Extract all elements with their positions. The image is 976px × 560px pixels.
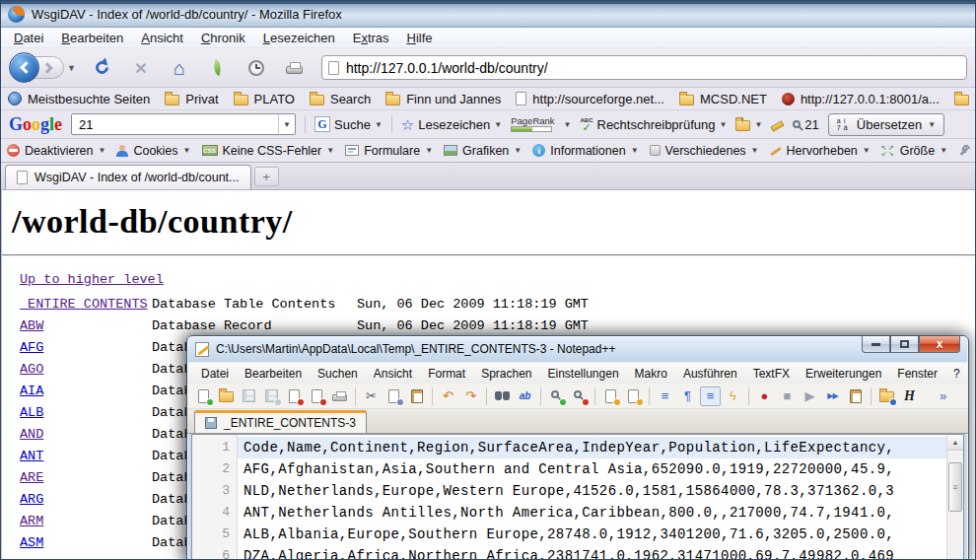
devbar-item-extras[interactable]: Extras▼	[958, 144, 975, 158]
listing-link-arg[interactable]: ARG	[20, 489, 152, 511]
redo-icon[interactable]: ↷	[460, 386, 481, 406]
send-to-button[interactable]: ↑ ▼	[735, 118, 762, 131]
listing-link-_entire_contents[interactable]: _ENTIRE_CONTENTS	[20, 294, 152, 315]
print-icon[interactable]	[329, 386, 350, 406]
zoom-in-icon[interactable]	[546, 386, 567, 406]
macro-multi-run-icon[interactable]: ▶▶	[822, 386, 843, 406]
bookmark-item[interactable]: Privat	[165, 92, 218, 106]
dropdown-caret[interactable]: ▼	[940, 146, 947, 155]
listing-link-abw[interactable]: ABW	[20, 315, 152, 337]
notepad-menu-fenster[interactable]: Fenster	[889, 364, 945, 384]
history-button[interactable]	[244, 55, 268, 81]
notepad-menu-ansicht[interactable]: Ansicht	[366, 364, 420, 384]
scroll-up-button[interactable]: ▲	[947, 435, 963, 451]
menu-item-chronik[interactable]: Chronik	[192, 29, 254, 47]
notepad-menu-format[interactable]: Format	[420, 364, 473, 384]
bookmark-item[interactable]: Meistbesuchte Seiten	[8, 92, 150, 106]
function-list-icon[interactable]: ϟ	[723, 386, 743, 406]
dropdown-caret[interactable]: ▼	[564, 120, 572, 129]
dropdown-caret[interactable]: ▼	[494, 120, 502, 129]
sync-horizontal-icon[interactable]	[623, 386, 644, 406]
close-button[interactable]: x	[919, 336, 960, 353]
devbar-item-gr-e[interactable]: ↖↗↙↘Größe▼	[881, 144, 947, 158]
dropdown-caret[interactable]: ▼	[183, 146, 191, 155]
new-file-icon[interactable]	[193, 386, 214, 406]
pagerank-indicator[interactable]: PageRank	[511, 116, 554, 132]
text-editor[interactable]: Code,Name,Continent,Region,SurfaceArea,I…	[238, 435, 946, 560]
undo-icon[interactable]: ↶	[438, 386, 458, 406]
listing-link-aia[interactable]: AIA	[20, 381, 152, 402]
dropdown-caret[interactable]: ▼	[375, 120, 383, 129]
dropdown-caret[interactable]: ▼	[425, 146, 433, 155]
new-tab-button[interactable]: +	[254, 167, 279, 186]
save-all-icon[interactable]	[261, 386, 282, 406]
replace-icon[interactable]: ab	[515, 386, 535, 406]
find-count-indicator[interactable]: 21	[793, 117, 818, 132]
devbar-item-formulare[interactable]: Formulare▼	[345, 144, 433, 158]
listing-link-asm[interactable]: ASM	[20, 532, 152, 554]
menu-item-ansicht[interactable]: Ansicht	[132, 29, 192, 47]
notepad-menu--[interactable]: ?	[945, 364, 968, 384]
google-search-input[interactable]	[77, 116, 278, 133]
listing-link-ago[interactable]: AGO	[20, 359, 152, 381]
sync-vertical-icon[interactable]	[600, 386, 621, 406]
close-file-icon[interactable]	[284, 386, 305, 406]
bookmark-item[interactable]: MCSD.NET	[679, 92, 767, 106]
google-search-box[interactable]: ▼	[71, 113, 296, 135]
notepad-menu-makro[interactable]: Makro	[627, 364, 675, 384]
bookmark-item[interactable]: http://sourceforge.net...	[516, 92, 664, 106]
bookmark-item[interactable]: Finn und Jannes	[385, 92, 501, 106]
listing-link-alb[interactable]: ALB	[20, 402, 152, 424]
scrollbar-thumb[interactable]: ≡	[948, 462, 962, 512]
find-icon[interactable]	[492, 386, 513, 406]
notepad-menu-datei[interactable]: Datei	[193, 364, 237, 384]
bookmark-item[interactable]: PLATO	[234, 92, 295, 106]
notepad-menu-bearbeiten[interactable]: Bearbeiten	[237, 364, 310, 384]
translate-button[interactable]: aí7ä Übersetzen ▼	[828, 113, 944, 136]
listing-link-ata[interactable]: ATA	[20, 554, 152, 559]
dropdown-caret[interactable]: ▼	[719, 120, 727, 129]
show-symbols-icon[interactable]: ¶	[677, 386, 698, 406]
cut-icon[interactable]: ✂	[361, 386, 382, 406]
bookmark-item[interactable]: http://127.0.0.1:8001/a...	[782, 92, 940, 106]
devbar-item-cookies[interactable]: Cookies▼	[116, 144, 190, 158]
menu-item-datei[interactable]: Datei	[5, 29, 52, 47]
minimize-button[interactable]	[862, 336, 890, 353]
dropdown-caret[interactable]: ▼	[631, 146, 639, 155]
feed-button[interactable]	[206, 55, 230, 81]
document-tab[interactable]: _ENTIRE_CONTENTS-3	[194, 410, 367, 433]
listing-link-arm[interactable]: ARM	[20, 511, 152, 532]
menu-item-bearbeiten[interactable]: Bearbeiten	[52, 29, 132, 47]
highlighter-button[interactable]	[771, 120, 784, 129]
spellcheck-button[interactable]: ABC ✓ Rechtschreibprüfung ▼	[581, 117, 728, 132]
dropdown-caret[interactable]: ▼	[751, 146, 759, 155]
listing-link-are[interactable]: ARE	[20, 467, 152, 489]
home-button[interactable]: ⌂	[168, 55, 191, 81]
url-input[interactable]	[346, 60, 960, 76]
macro-record-icon[interactable]: ●	[754, 386, 775, 406]
bookmark-item[interactable]: Search	[310, 92, 371, 106]
doc-switcher-icon[interactable]	[876, 386, 897, 406]
paste-icon[interactable]	[406, 386, 427, 406]
devbar-item-informationen[interactable]: iInformationen▼	[532, 144, 638, 158]
notepad-titlebar[interactable]: C:\Users\Martin\AppData\Local\Temp\_ENTI…	[187, 336, 968, 362]
menu-item-hilfe[interactable]: Hilfe	[398, 29, 442, 47]
macro-play-icon[interactable]: ▶	[800, 386, 820, 406]
browser-tab[interactable]: WsgiDAV - Index of /world-db/count...	[5, 165, 251, 189]
google-search-button[interactable]: G Suche ▼	[314, 116, 383, 132]
stop-button[interactable]: ×	[129, 55, 153, 81]
toolbar-overflow-icon[interactable]: »	[933, 386, 953, 406]
bookmark-item[interactable]: Tree Samples	[954, 92, 975, 106]
open-folder-icon[interactable]	[216, 386, 237, 406]
dropdown-caret[interactable]: ▼	[514, 146, 522, 155]
copy-icon[interactable]	[383, 386, 404, 406]
listing-link-afg[interactable]: AFG	[20, 337, 152, 359]
dropdown-caret[interactable]: ▼	[754, 120, 762, 129]
devbar-item-deaktivieren[interactable]: Deaktivieren▼	[7, 144, 105, 158]
notepad-menu-suchen[interactable]: Suchen	[310, 364, 366, 384]
devbar-item-verschiedenes[interactable]: Verschiedenes▼	[650, 144, 759, 158]
macro-save-icon[interactable]	[845, 386, 866, 406]
url-bar[interactable]	[321, 55, 967, 80]
dropdown-caret[interactable]: ▼	[928, 120, 936, 129]
print-button[interactable]	[283, 55, 307, 81]
